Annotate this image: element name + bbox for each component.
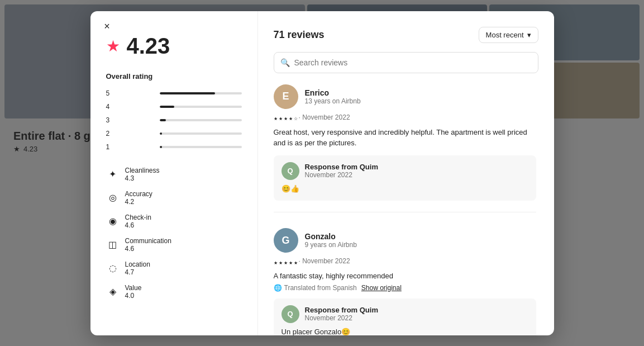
reviewer-meta: 13 years on Airbnb xyxy=(305,97,361,105)
review-text: A fantastic stay, highly recommended xyxy=(274,271,536,282)
rating-bars: 5 4 3 2 1 xyxy=(106,89,242,151)
category-name: Value xyxy=(125,284,142,292)
category-info: Value 4.0 xyxy=(125,284,142,300)
category-name: Communication xyxy=(125,237,171,245)
reviewer-avatar: E xyxy=(274,84,298,109)
category-icon: ◫ xyxy=(106,238,120,252)
category-name: Check-in xyxy=(125,214,151,221)
star-glyph: ★ xyxy=(279,116,283,121)
sort-chevron-icon: ▾ xyxy=(527,31,531,39)
review-item: G Gonzalo 9 years on Airbnb ★★★★★ · Nove… xyxy=(274,228,536,335)
category-score: 4.6 xyxy=(125,221,151,229)
reviewer-info: Enrico 13 years on Airbnb xyxy=(305,88,361,105)
reviews-header: 71 reviews Most recent ▾ xyxy=(274,27,538,43)
review-date: · November 2022 xyxy=(299,113,350,121)
category-score: 4.6 xyxy=(125,245,171,253)
bar-track xyxy=(160,119,242,121)
response-meta: Response from Quim November 2022 xyxy=(305,306,378,322)
search-bar: 🔍 xyxy=(274,52,538,73)
review-stars: ★★★★☆ · November 2022 xyxy=(274,113,536,125)
response-text: 😊👍 xyxy=(282,183,528,195)
category-info: Location 4.7 xyxy=(125,260,150,276)
right-panel: 71 reviews Most recent ▾ 🔍 E xyxy=(258,11,554,335)
response-text: Un placer Gonzalo😊 xyxy=(282,326,528,335)
response-name: Response from Quim xyxy=(305,163,378,171)
bar-label: 5 xyxy=(106,89,155,97)
category-scores: ✦ Cleanliness 4.3 ◎ Accuracy 4.2 ◉ Check… xyxy=(106,167,242,300)
review-text: Great host, very responsive and incredib… xyxy=(274,127,536,149)
response-meta: Response from Quim November 2022 xyxy=(305,163,378,179)
overall-rating-label: Overall rating xyxy=(106,72,242,80)
response-header: Q Response from Quim November 2022 xyxy=(282,162,528,180)
reviewer-meta: 9 years on Airbnb xyxy=(305,241,357,249)
sort-dropdown[interactable]: Most recent ▾ xyxy=(479,27,538,43)
reviewer-name: Gonzalo xyxy=(305,232,357,241)
bar-fill xyxy=(160,119,166,121)
bar-label: 3 xyxy=(106,116,155,124)
star-glyph: ★ xyxy=(274,260,278,266)
search-icon: 🔍 xyxy=(280,58,290,67)
category-icon: ◈ xyxy=(106,285,120,298)
star-glyph: ★ xyxy=(279,260,283,266)
translate-icon: 🌐 xyxy=(274,284,282,292)
category-name: Accuracy xyxy=(125,190,152,198)
category-info: Accuracy 4.2 xyxy=(125,190,152,206)
category-icon: ◎ xyxy=(106,191,120,205)
category-item: ◉ Check-in 4.6 xyxy=(106,214,242,229)
category-score: 4.3 xyxy=(125,174,160,182)
bar-track xyxy=(160,106,242,108)
review-item: E Enrico 13 years on Airbnb ★★★★☆ · Nove… xyxy=(274,84,536,213)
modal-close-button[interactable]: × xyxy=(99,19,115,35)
category-icon: ◌ xyxy=(106,262,120,275)
category-item: ◫ Communication 4.6 xyxy=(106,237,242,253)
star-icon-large: ★ xyxy=(106,37,120,55)
star-glyph: ★ xyxy=(284,116,288,121)
category-item: ◎ Accuracy 4.2 xyxy=(106,190,242,206)
bar-label: 2 xyxy=(106,130,155,138)
reviews-list: E Enrico 13 years on Airbnb ★★★★☆ · Nove… xyxy=(274,84,538,335)
category-item: ◌ Location 4.7 xyxy=(106,260,242,276)
bar-track xyxy=(160,92,242,94)
review-divider xyxy=(274,212,536,212)
response-avatar: Q xyxy=(282,162,299,180)
star-glyph: ★ xyxy=(284,260,288,266)
sort-label: Most recent xyxy=(486,31,524,39)
category-icon: ◉ xyxy=(106,215,120,228)
background-page: Entire flat · 8 guests ★ 4.23 × ★ 4.23 O… xyxy=(0,0,644,346)
response-date: November 2022 xyxy=(305,171,378,179)
modal-body: ★ 4.23 Overall rating 5 4 3 2 1 xyxy=(90,11,554,335)
star-glyph: ★ xyxy=(294,260,298,266)
category-icon: ✦ xyxy=(106,168,120,181)
category-info: Cleanliness 4.3 xyxy=(125,167,160,182)
category-name: Location xyxy=(125,260,150,268)
bar-label: 1 xyxy=(106,143,155,151)
bar-track xyxy=(160,132,242,135)
host-response: Q Response from Quim November 2022 Un pl… xyxy=(274,298,536,335)
translated-badge: 🌐 Translated from Spanish Show original xyxy=(274,284,536,292)
translated-from-text: Translated from Spanish xyxy=(284,284,357,292)
category-name: Cleanliness xyxy=(125,167,160,174)
reviews-title: 71 reviews xyxy=(274,29,325,41)
left-panel: ★ 4.23 Overall rating 5 4 3 2 1 xyxy=(90,11,258,335)
rating-bar-row: 2 xyxy=(106,130,242,138)
bar-label: 4 xyxy=(106,103,155,111)
rating-bar-row: 3 xyxy=(106,116,242,124)
category-item: ◈ Value 4.0 xyxy=(106,284,242,300)
rating-header: ★ 4.23 xyxy=(106,34,242,59)
category-info: Check-in 4.6 xyxy=(125,214,151,229)
category-item: ✦ Cleanliness 4.3 xyxy=(106,167,242,182)
reviewer-header: G Gonzalo 9 years on Airbnb xyxy=(274,228,536,253)
host-response: Q Response from Quim November 2022 😊👍 xyxy=(274,155,536,201)
category-score: 4.2 xyxy=(125,198,152,206)
bar-fill xyxy=(160,132,162,135)
show-original-link[interactable]: Show original xyxy=(361,284,402,292)
star-glyph: ★ xyxy=(289,116,293,121)
star-glyph: ★ xyxy=(289,260,293,266)
reviews-modal: × ★ 4.23 Overall rating 5 4 3 xyxy=(90,11,554,335)
bar-fill xyxy=(160,92,216,94)
modal-overlay[interactable]: × ★ 4.23 Overall rating 5 4 3 xyxy=(0,0,644,346)
review-date: · November 2022 xyxy=(299,257,350,265)
response-avatar: Q xyxy=(282,305,299,323)
star-glyph: ★ xyxy=(274,116,278,121)
search-input[interactable] xyxy=(274,52,538,73)
